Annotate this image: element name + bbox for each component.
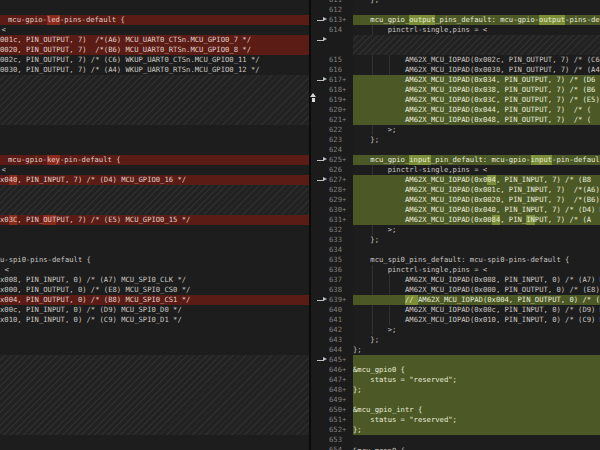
line-number: 650+ [329,405,346,415]
code-line[interactable]: AM62X_MCU_IOPAD(0x0030, PIN_OUTPUT, 7) /… [353,65,600,75]
code-line[interactable]: AM62X_MCU_IOPAD(0x044, PIN_OUTPUT, 7) /*… [353,105,600,115]
code-line[interactable]: >; [353,225,600,235]
code-line[interactable]: }; [353,345,600,355]
code-text: < [5,265,9,275]
code-line[interactable] [353,355,600,365]
code-line[interactable]: x00c, PIN_INPUT, 0) /* (D9) MCU_SPI0_D0 … [0,305,309,315]
code-line[interactable]: &mcu_gpio0 { [353,365,600,375]
code-line[interactable]: x010, PIN_INPUT, 0) /* (C9) MCU_SPI0_D1 … [0,315,309,325]
line-number: 620+ [329,105,346,115]
apply-hunk-arrow-icon[interactable] [317,355,328,365]
code-line[interactable]: 002c, PIN_OUTPUT, 7) /* (C6) WKUP_UART0_… [0,55,309,65]
code-text: >; [388,125,397,135]
code-line[interactable]: mcu-gpio-key-pin-default { [0,155,309,165]
code-line[interactable]: 0030, PIN_OUTPUT, 7) /* (A4) WKUP_UART0_… [0,65,309,75]
code-line[interactable]: u-spi0-pins-default { [0,255,309,265]
code-line[interactable]: mcu-gpio-led-pins-default { [0,15,309,25]
line-number: 645+ [329,355,346,365]
code-text: AM62X_MCU_IOPAD(0x001c, PIN_INPUT, 7) /*… [405,185,600,195]
code-text: AM62X_MCU_IOPAD(0x010, PIN_INPUT, 0) /* … [405,315,600,325]
apply-hunk-arrow-icon[interactable] [317,35,328,45]
code-line[interactable]: }; [353,385,600,395]
code-line[interactable]: }; [353,235,600,245]
code-line[interactable]: pinctrl-single,pins = < [353,25,600,35]
left-pane[interactable]: mcu-gpio-led-pins-default {<001c, PIN_OU… [0,0,309,450]
code-line[interactable]: AM62X_MCU_IOPAD(0x004, PIN_INPUT, 7) /* … [353,175,600,185]
code-line[interactable]: // AM62X_MCU_IOPAD(0x004, PIN_OUTPUT, 0)… [353,295,600,305]
line-number: 622 [329,125,342,135]
line-number: 614 [329,25,342,35]
code-line[interactable]: AM62X_MCU_IOPAD(0x048, PIN_OUTPUT, 7) /*… [353,115,600,125]
code-line[interactable]: }; [353,135,600,145]
code-line[interactable]: < [0,265,309,275]
code-line[interactable]: < [0,25,309,35]
code-text: AM62X_MCU_IOPAD(0x0030, PIN_OUTPUT, 7) /… [405,65,600,75]
line-number: 646+ [329,365,346,375]
code-line[interactable]: AM62X_MCU_IOPAD(0x03C, PIN_OUTPUT, 7) /*… [353,95,600,105]
code-line[interactable]: x004, PIN_OUTPUT, 0) /* (B8) MCU_SPI0_CS… [0,295,309,305]
code-text: 0020, PIN_OUTPUT, 7) /*(B6) MCU_UART0_RT… [0,45,251,55]
code-line[interactable]: AM62X_MCU_IOPAD(0x0020, PIN_INPUT, 7) /*… [353,195,600,205]
code-line[interactable]: AM62X_MCU_IOPAD(0x001c, PIN_INPUT, 7) /*… [353,185,600,195]
arrow-head [323,37,327,41]
code-text: }; [370,135,379,145]
code-line[interactable]: &mcu_gpio_intr { [353,405,600,415]
code-line[interactable]: mcu_spi0_pins_default: mcu-spi0-pins-def… [353,255,600,265]
right-pane[interactable]: };mcu_gpio_output_pins_default: mcu-gpio… [353,0,600,450]
apply-hunk-arrow-icon[interactable] [317,75,328,85]
code-text: mcu-gpio-led-pins-default { [8,15,125,25]
line-number: 641 [329,315,342,325]
code-line[interactable]: status = "reserved"; [353,415,600,425]
code-line[interactable]: 0020, PIN_OUTPUT, 7) /*(B6) MCU_UART0_RT… [0,45,309,55]
line-number: 625+ [329,155,346,165]
line-number: 648+ [329,385,346,395]
code-text: mcu_gpio_output_pins_default: mcu-gpio-o… [370,15,599,25]
code-line[interactable]: AM62X_MCU_IOPAD(0x0084, PIN_INPUT, 7) /*… [353,215,600,225]
apply-hunk-arrow-icon[interactable] [317,15,328,25]
apply-hunk-arrow-icon[interactable] [317,175,328,185]
code-text: status = "reserved"; [370,415,457,425]
code-line[interactable]: AM62X_MCU_IOPAD(0x038, PIN_OUTPUT, 7) /*… [353,85,600,95]
code-line[interactable]: &mcu_mcan0 { [353,446,600,450]
code-line[interactable]: 001c, PIN_OUTPUT, 7) /*(A6) MCU_UART0_CT… [0,35,309,45]
code-line[interactable]: AM62X_MCU_IOPAD(0x034, PIN_OUTPUT, 7) /*… [353,75,600,85]
code-line[interactable]: < [0,165,309,175]
line-number: 619+ [329,95,346,105]
code-line[interactable] [353,395,600,405]
code-line[interactable]: AM62X_MCU_IOPAD(0x008, PIN_INPUT, 0) /* … [353,275,600,285]
code-line[interactable]: x000, PIN_OUTPUT, 0) /* (E8) MCU_SPI0_CS… [0,285,309,295]
arrow-head [323,17,327,21]
code-line[interactable]: AM62X_MCU_IOPAD(0x040, PIN_INPUT, 7) /* … [353,205,600,215]
code-line[interactable]: >; [353,125,600,135]
code-text: mcu-gpio-key-pin-default { [8,155,121,165]
code-line[interactable]: }; [353,425,600,435]
line-number: 635 [329,255,342,265]
code-line[interactable]: AM62X_MCU_IOPAD(0x00c, PIN_INPUT, 0) /* … [353,305,600,315]
code-text: < [2,165,6,175]
code-line[interactable]: status = "reserved"; [353,375,600,385]
apply-hunk-arrow-icon[interactable] [317,295,328,305]
arrow-head [323,357,327,361]
code-line[interactable]: mcu_gpio_output_pins_default: mcu-gpio-o… [353,15,600,25]
code-line[interactable]: pinctrl-single,pins = < [353,265,600,275]
code-text: AM62X_MCU_IOPAD(0x004, PIN_INPUT, 7) /* … [405,175,591,185]
code-line[interactable]: x008, PIN_INPUT, 0) /* (A7) MCU_SPI0_CLK… [0,275,309,285]
code-text: AM62X_MCU_IOPAD(0x0084, PIN_INPUT, 7) /*… [405,215,591,225]
line-number: 639+ [329,295,346,305]
code-line[interactable]: x03C, PIN_OUTPUT, 7) /* (E5) MCU_GPIO0_1… [0,215,309,225]
code-text: 002c, PIN_OUTPUT, 7) /* (C6) WKUP_UART0_… [0,55,260,65]
code-line[interactable]: pinctrl-single,pins = < [353,165,600,175]
code-line[interactable]: AM62X_MCU_IOPAD(0x000, PIN_OUTPUT, 0) /*… [353,285,600,295]
code-line[interactable]: AM62X_MCU_IOPAD(0x002c, PIN_OUTPUT, 7) /… [353,55,600,65]
arrow-head [323,297,327,301]
code-line[interactable]: x040, PIN_INPUT, 7) /* (D4) MCU_GPIO0_16… [0,175,309,185]
apply-hunk-arrow-icon[interactable] [317,155,328,165]
code-text: x008, PIN_INPUT, 0) /* (A7) MCU_SPI0_CLK… [0,275,186,285]
code-line[interactable]: mcu_gpio_input_pin_default: mcu-gpio-inp… [353,155,600,165]
code-line[interactable]: }; [353,335,600,345]
code-line[interactable]: }; [353,0,600,5]
code-line[interactable]: AM62X_MCU_IOPAD(0x010, PIN_INPUT, 0) /* … [353,315,600,325]
code-text: AM62X_MCU_IOPAD(0x044, PIN_OUTPUT, 7) /*… [405,105,591,115]
line-number: 630+ [329,205,346,215]
code-line[interactable]: >; [353,325,600,335]
